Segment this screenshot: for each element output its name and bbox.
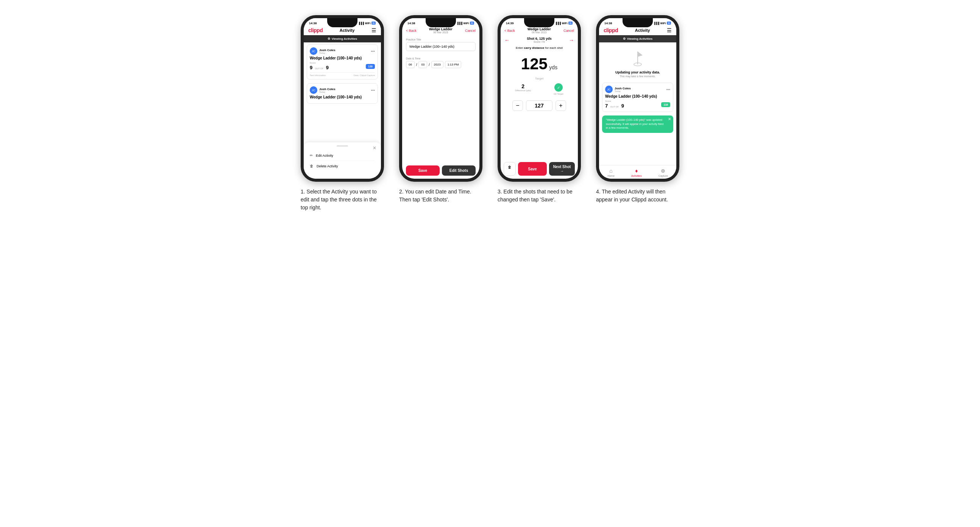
activity-card-4: JC Josh Coles Today ••• Wedge Ladder (10… [602, 83, 673, 112]
minus-btn[interactable]: − [512, 100, 523, 111]
user-info-2: JC Josh Coles Today [310, 86, 336, 94]
phone-3: 14:39 ▐▐▐ WiFi 3G < Back Wedge Ladder 06… [498, 15, 581, 182]
month-field[interactable]: 03 [418, 61, 427, 68]
user-date-1: Today [319, 52, 336, 54]
shot-value-input[interactable] [526, 100, 552, 111]
avatar-2: JC [310, 86, 317, 94]
menu-icon-4[interactable]: ☰ [667, 27, 672, 33]
back-btn-3[interactable]: < Back [504, 29, 515, 33]
nav-title-2: Wedge Ladder [429, 27, 452, 31]
shot-stats: 2 Difference (yds) ✓ Hit Target [501, 80, 578, 98]
signal-bars: ▐▐▐ [358, 22, 364, 25]
shot-sub: Score 7/9 [527, 41, 552, 43]
score-label: Score [310, 62, 329, 64]
network-badge-4: 3G [667, 22, 671, 25]
next-shot-button[interactable]: Next Shot → [549, 162, 575, 176]
header-title-4: Activity [635, 28, 650, 33]
date-row: 06 / 03 / 2023 1:13 PM [406, 61, 476, 68]
next-shot-arrow[interactable]: → [569, 37, 574, 43]
diff-label: Difference (yds) [515, 89, 531, 92]
success-toast: ✕ "Wedge Ladder (100–140 yds)" was updat… [602, 116, 673, 133]
cancel-btn-3[interactable]: Cancel [563, 29, 574, 33]
delete-activity-item[interactable]: 🗑 Delete Activity [310, 161, 375, 171]
username-4: Josh Coles [614, 87, 631, 90]
screen-4: 14:38 ▐▐▐ WiFi 3G clippd Activity ☰ ⚙ Vi… [599, 18, 676, 179]
header-title-1: Activity [340, 28, 355, 33]
phone-column-2: 14:38 ▐▐▐ WiFi 3G < Back Wedge Ladder 06… [397, 15, 484, 204]
delete-label: Delete Activity [317, 164, 338, 168]
delete-shot-btn[interactable]: 🗑 [504, 162, 516, 176]
caption-3: 3. Edit the shots that need to be change… [498, 188, 581, 204]
banner-text-1: Viewing Activities [332, 37, 358, 41]
golf-icon [628, 48, 647, 67]
status-time-1: 14:38 [309, 22, 317, 25]
capture-label: Capture [659, 175, 668, 177]
datetime-section: Date & Time 06 / 03 / 2023 1:13 PM [402, 54, 479, 71]
nav-activities[interactable]: ♦ Activities [631, 168, 642, 177]
sq-badge-1: 130 [366, 64, 375, 69]
plus-btn[interactable]: + [555, 100, 566, 111]
shot-nav: ← Shot 6, 125 yds Score 7/9 → [501, 35, 578, 44]
avatar-1: JC [310, 47, 317, 55]
nav-capture[interactable]: ⊕ Capture [659, 168, 668, 177]
save-shot-button[interactable]: Save [518, 162, 547, 176]
user-info-4: JC Josh Coles Today [605, 86, 631, 93]
diff-value: 2 [515, 83, 531, 89]
yds-number: 125 [521, 55, 547, 73]
notch-1 [327, 18, 358, 27]
shots-value-4: 9 [621, 103, 624, 109]
signal-icons-4: ▐▐▐ WiFi 3G [654, 22, 671, 25]
card-header-1: JC Josh Coles Today ••• [310, 47, 375, 55]
score-label-4: Score [605, 100, 624, 102]
user-meta-1: Josh Coles Today [319, 48, 336, 54]
practice-title-input[interactable] [406, 42, 476, 51]
three-dots-4[interactable]: ••• [666, 87, 670, 92]
signal-icons-3: ▐▐▐ WiFi 3G [555, 22, 573, 25]
back-btn-2[interactable]: < Back [406, 29, 417, 33]
carry-label: Enter carry distance for each shot [501, 44, 578, 51]
shots-value: 9 [326, 65, 329, 70]
activity-card-2: JC Josh Coles Today ••• Wedge Ladder (10… [307, 83, 378, 104]
toast-close[interactable]: ✕ [668, 117, 671, 121]
banner-icon-4: ⚙ [623, 37, 625, 41]
edit-shots-button[interactable]: Edit Shots [442, 165, 476, 176]
drawer-close[interactable]: ✕ [372, 145, 376, 151]
prev-shot-arrow[interactable]: ← [504, 37, 510, 43]
network-badge-3: 3G [568, 22, 573, 25]
nav-center-3: Wedge Ladder 06 Mar 2023 [528, 27, 551, 34]
score-value-4: 7 [605, 103, 608, 109]
year-field[interactable]: 2023 [431, 61, 444, 68]
yds-unit: yds [549, 64, 557, 70]
menu-icon-1[interactable]: ☰ [371, 27, 376, 33]
card-footer-1: Test Information Data: Clippd Capture [310, 72, 375, 76]
time-field[interactable]: 1:13 PM [445, 61, 461, 68]
screen-1: 14:38 ▐▐▐ WiFi 3G clippd Activity ☰ ⚙ [304, 18, 381, 179]
shot-btn-row: 🗑 Save Next Shot → [501, 160, 578, 179]
score-value: 9 [310, 65, 312, 70]
save-button-2[interactable]: Save [406, 165, 440, 176]
notch-3 [524, 18, 554, 27]
hit-target-label: Hit Target [554, 93, 563, 95]
status-time-4: 14:38 [605, 22, 612, 25]
viewing-banner-4: ⚙ Viewing Activities [599, 35, 676, 43]
network-badge: 3G [371, 22, 375, 25]
edit-activity-item[interactable]: ✏ Edit Activity [310, 150, 375, 161]
svg-marker-1 [638, 51, 643, 57]
difference-stat: 2 Difference (yds) [515, 83, 531, 95]
drawer-handle [337, 145, 348, 146]
golf-svg [628, 48, 647, 67]
capture-icon: ⊕ [661, 168, 665, 174]
three-dots-2[interactable]: ••• [371, 88, 375, 92]
cancel-btn-2[interactable]: Cancel [465, 29, 476, 33]
form-section-2: Practice Title [402, 35, 479, 54]
phones-row: 14:38 ▐▐▐ WiFi 3G clippd Activity ☰ ⚙ [299, 15, 681, 212]
wifi-icon: WiFi [365, 22, 371, 25]
delete-icon: 🗑 [310, 164, 313, 168]
nav-home[interactable]: ⌂ Home [608, 168, 614, 177]
three-dots-1[interactable]: ••• [371, 49, 375, 53]
signal-icons-2: ▐▐▐ WiFi 3G [457, 22, 474, 25]
banner-icon-1: ⚙ [328, 37, 330, 41]
card-title-2: Wedge Ladder (100–140 yds) [310, 95, 375, 99]
date-field[interactable]: 06 [406, 61, 415, 68]
out-of-4: OUT OF [611, 106, 619, 108]
